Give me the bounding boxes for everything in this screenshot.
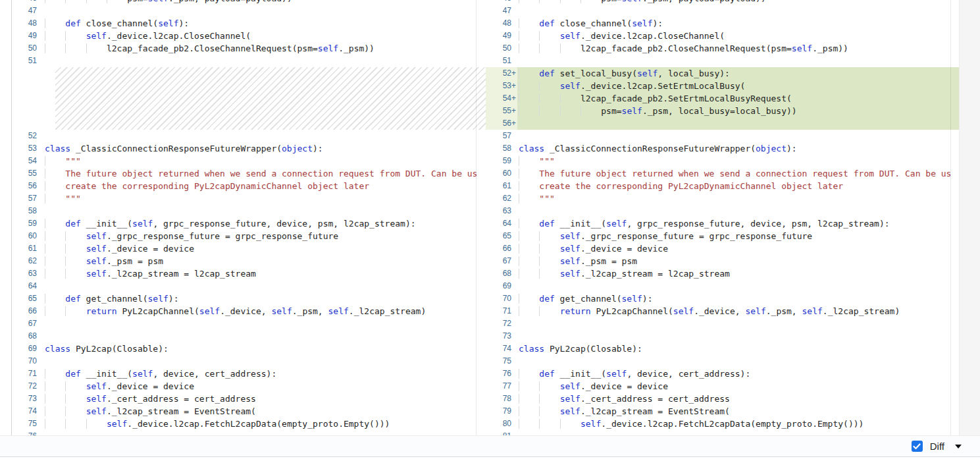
line-number[interactable]: 58 (486, 142, 517, 155)
code-text: self._device = device (517, 380, 960, 393)
diff-line: 49 self._device.l2cap.CloseChannel( (486, 30, 960, 42)
code-text: The future object returned when we send … (43, 167, 486, 180)
line-number[interactable]: 69 (486, 280, 517, 292)
line-number[interactable]: 59 (12, 217, 43, 230)
code-text: return PyL2capChannel(self._device, self… (517, 305, 960, 317)
line-number[interactable]: 72 (12, 380, 43, 393)
code-text: def __init__(self, grpc_response_future,… (43, 217, 486, 230)
line-number[interactable]: 50 (12, 42, 43, 55)
diff-line: 67 (12, 317, 486, 330)
line-number[interactable]: 47 (486, 5, 517, 17)
code-text: self._device = device (43, 242, 486, 255)
line-number[interactable]: 73 (486, 330, 517, 342)
line-number[interactable]: 75 (12, 418, 43, 430)
diff-line: 57 (486, 130, 960, 142)
line-number[interactable]: 49 (12, 30, 43, 42)
line-number[interactable]: 61 (486, 180, 517, 192)
line-number[interactable]: 52+ (486, 67, 517, 80)
line-number[interactable]: 68 (486, 267, 517, 280)
line-number[interactable]: 51 (486, 55, 517, 67)
line-number[interactable]: 76 (486, 368, 517, 380)
line-number[interactable]: 58 (12, 205, 43, 217)
code-text: """ (517, 155, 960, 167)
line-number[interactable]: 59 (486, 155, 517, 167)
diff-line: 65 self._grpc_response_future = grpc_res… (486, 230, 960, 242)
line-number[interactable]: 69 (12, 342, 43, 355)
line-number[interactable]: 70 (486, 292, 517, 305)
line-number[interactable]: 64 (12, 280, 43, 292)
line-number[interactable]: 46 (12, 0, 43, 5)
line-number[interactable]: 78 (486, 393, 517, 405)
line-number[interactable]: 54 (12, 155, 43, 167)
line-number[interactable]: 75 (486, 355, 517, 368)
line-number[interactable]: 55 (12, 167, 43, 180)
line-number[interactable]: 55+ (486, 105, 517, 117)
line-number[interactable]: 47 (12, 5, 43, 17)
diff-options-caret-icon[interactable] (955, 445, 962, 449)
code-text: self._device.l2cap.CloseChannel( (43, 30, 486, 42)
line-number[interactable]: 51 (12, 55, 43, 67)
code-text (517, 330, 960, 342)
line-number[interactable]: 60 (486, 167, 517, 180)
line-number[interactable]: 66 (486, 242, 517, 255)
code-text: class _ClassicConnectionResponseFutureWr… (517, 142, 960, 155)
line-number[interactable]: 53+ (486, 80, 517, 92)
diff-line: 70 def get_channel(self): (486, 292, 960, 305)
code-text (517, 205, 960, 217)
line-number[interactable]: 73 (12, 393, 43, 405)
scrollbar-track[interactable] (959, 0, 980, 457)
code-text: def get_channel(self): (517, 292, 960, 305)
line-number[interactable]: 76 (12, 430, 43, 435)
diff-toggle[interactable]: Diff (912, 441, 944, 452)
line-number[interactable]: 46 (486, 0, 517, 5)
line-number[interactable]: 56 (12, 180, 43, 192)
line-number[interactable]: 54+ (486, 92, 517, 105)
diff-line: 56 create the corresponding PyL2capDynam… (12, 180, 486, 192)
line-number[interactable]: 71 (12, 368, 43, 380)
line-number[interactable]: 60 (12, 230, 43, 242)
line-number[interactable]: 57 (12, 192, 43, 205)
line-number[interactable]: 79 (486, 405, 517, 418)
line-number[interactable]: 48 (12, 17, 43, 30)
line-number[interactable]: 74 (12, 405, 43, 418)
line-number[interactable]: 77 (486, 380, 517, 393)
line-number[interactable]: 67 (486, 255, 517, 267)
line-number[interactable]: 56+ (486, 117, 517, 130)
line-number[interactable]: 62 (486, 192, 517, 205)
line-number[interactable]: 63 (12, 267, 43, 280)
diff-line: 59 def __init__(self, grpc_response_futu… (12, 217, 486, 230)
diff-checkbox-checked[interactable] (912, 441, 923, 452)
diff-line: 71 return PyL2capChannel(self._device, s… (486, 305, 960, 317)
code-text (517, 117, 960, 130)
line-number[interactable]: 81 (486, 430, 517, 435)
line-number[interactable]: 57 (486, 130, 517, 142)
diff-line: 67 self._psm = psm (486, 255, 960, 267)
code-text: def close_channel(self): (517, 17, 960, 30)
line-number[interactable]: 63 (486, 205, 517, 217)
line-number[interactable]: 52 (12, 130, 43, 142)
line-number[interactable]: 74 (486, 342, 517, 355)
line-number[interactable]: 65 (12, 292, 43, 305)
line-number[interactable]: 66 (12, 305, 43, 317)
code-text (43, 5, 486, 17)
line-number[interactable]: 49 (486, 30, 517, 42)
line-number[interactable]: 71 (486, 305, 517, 317)
diff-line: 70 (12, 355, 486, 368)
line-number[interactable]: 68 (12, 330, 43, 342)
line-number[interactable]: 62 (12, 255, 43, 267)
line-number[interactable]: 80 (486, 418, 517, 430)
code-text: """ (517, 192, 960, 205)
line-number[interactable]: 65 (486, 230, 517, 242)
line-number[interactable]: 61 (12, 242, 43, 255)
line-number[interactable]: 53 (12, 142, 43, 155)
line-number[interactable]: 72 (486, 317, 517, 330)
line-number[interactable]: 64 (486, 217, 517, 230)
line-number[interactable]: 48 (486, 17, 517, 30)
line-number[interactable]: 67 (12, 317, 43, 330)
line-number[interactable]: 50 (486, 42, 517, 55)
diff-line: 69 (486, 280, 960, 292)
diff-line: 65 def get_channel(self): (12, 292, 486, 305)
line-number[interactable]: 70 (12, 355, 43, 368)
code-text: def __init__(self, device, cert_address)… (517, 368, 960, 380)
code-text: def close_channel(self): (43, 17, 486, 30)
